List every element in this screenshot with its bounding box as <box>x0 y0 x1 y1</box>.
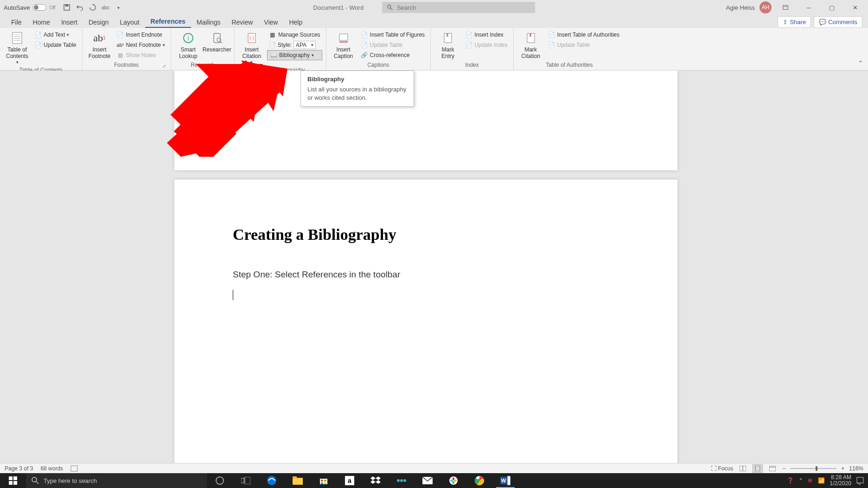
collapse-ribbon-icon[interactable]: ⌃ <box>858 59 863 67</box>
search-box[interactable] <box>382 2 535 13</box>
quick-access-toolbar: abc ▾ <box>63 4 122 11</box>
toc-label: Table of Contents <box>6 46 28 60</box>
zoom-level[interactable]: 116% <box>849 465 863 472</box>
search-input[interactable] <box>397 4 530 11</box>
autosave-switch-icon[interactable] <box>32 4 46 11</box>
dialog-launcher-icon[interactable]: ⤢ <box>162 64 166 69</box>
cross-reference-button[interactable]: 🔗Cross-reference <box>359 50 427 60</box>
insert-toa-button[interactable]: 📄Insert Table of Authorities <box>546 30 622 40</box>
app-icon[interactable] <box>389 473 415 488</box>
update-table-button[interactable]: 📄Update Table <box>32 40 78 50</box>
smart-lookup-button[interactable]: i Smart Lookup <box>175 30 202 61</box>
chrome-icon[interactable] <box>466 473 492 488</box>
document-area: Bibliography List all your sources in a … <box>0 71 868 473</box>
web-layout-button[interactable] <box>767 464 778 473</box>
mark-entry-button[interactable]: Mark Entry <box>434 30 461 61</box>
svg-rect-44 <box>245 477 250 484</box>
word-icon[interactable]: W <box>492 473 518 488</box>
notifications-icon[interactable] <box>856 476 864 485</box>
insert-caption-button[interactable]: Insert Caption <box>330 30 357 61</box>
tab-help[interactable]: Help <box>283 17 308 28</box>
maximize-button[interactable]: ▢ <box>823 1 841 14</box>
update-index-button[interactable]: 📄Update Index <box>463 40 509 50</box>
zoom-slider[interactable] <box>790 468 836 469</box>
endnote-icon: 📄 <box>117 31 124 39</box>
tab-home[interactable]: Home <box>27 17 56 28</box>
researcher-button[interactable]: Researcher <box>204 30 230 54</box>
dropbox-icon[interactable] <box>363 473 389 488</box>
user-name[interactable]: Agie Heiss <box>726 4 755 11</box>
wifi-icon[interactable]: 📶 <box>818 477 825 484</box>
redo-icon[interactable] <box>89 4 96 11</box>
file-explorer-icon[interactable] <box>285 473 311 488</box>
footnote-icon: ab1 <box>92 31 107 45</box>
qat-dropdown-icon[interactable]: ▾ <box>115 4 122 11</box>
focus-button[interactable]: ⛶Focus <box>711 465 734 472</box>
page-indicator[interactable]: Page 3 of 3 <box>5 465 33 472</box>
taskbar-apps: a W <box>207 473 518 488</box>
insert-footnote-button[interactable]: ab1 Insert Footnote <box>86 30 113 61</box>
insert-tof-button[interactable]: 📄Insert Table of Figures <box>359 30 427 40</box>
minimize-button[interactable]: ─ <box>799 1 818 14</box>
read-mode-button[interactable] <box>738 464 748 473</box>
avatar[interactable]: AH <box>760 1 772 13</box>
spellcheck-status-icon[interactable] <box>70 465 78 472</box>
svg-text:W: W <box>501 478 506 483</box>
close-button[interactable]: ✕ <box>846 1 864 14</box>
mark-citation-button[interactable]: Mark Citation <box>517 30 544 61</box>
tab-file[interactable]: File <box>6 17 27 28</box>
text-cursor <box>233 290 619 300</box>
slack-icon[interactable] <box>440 473 466 488</box>
update-tof-button[interactable]: 📄Update Table <box>359 40 427 50</box>
start-button[interactable] <box>0 473 26 488</box>
autosave-label: AutoSave <box>4 4 30 11</box>
update-toa-button[interactable]: 📄Update Table <box>546 40 622 50</box>
manage-sources-button[interactable]: ▦Manage Sources <box>267 30 322 40</box>
edge-icon[interactable] <box>259 473 285 488</box>
zoom-out-button[interactable]: − <box>782 465 785 472</box>
store-icon[interactable] <box>311 473 337 488</box>
undo-icon[interactable] <box>76 4 83 11</box>
table-of-contents-button[interactable]: Table of Contents ▾ <box>4 30 31 66</box>
svg-rect-1 <box>65 5 68 6</box>
zoom-in-button[interactable]: + <box>841 465 844 472</box>
task-view-icon[interactable] <box>233 473 259 488</box>
save-icon[interactable] <box>63 4 70 11</box>
cortana-icon[interactable] <box>207 473 233 488</box>
help-icon[interactable]: ❓ <box>787 477 794 484</box>
style-dropdown[interactable]: APA▾ <box>294 41 316 49</box>
zoom-thumb[interactable] <box>816 466 817 471</box>
word-count[interactable]: 68 words <box>40 465 63 472</box>
tab-review[interactable]: Review <box>226 17 258 28</box>
tray-chevron-icon[interactable]: ⌃ <box>798 477 803 484</box>
insert-endnote-button[interactable]: 📄Insert Endnote <box>115 30 167 40</box>
mail-icon[interactable] <box>415 473 440 488</box>
insert-index-button[interactable]: 📄Insert Index <box>463 30 509 40</box>
show-notes-button[interactable]: ▦Show Notes <box>115 50 167 60</box>
clock[interactable]: 8:28 AM 1/2/2020 <box>830 475 851 487</box>
tab-design[interactable]: Design <box>83 17 115 28</box>
tab-references[interactable]: References <box>145 16 191 28</box>
tab-insert[interactable]: Insert <box>56 17 83 28</box>
spellcheck-icon[interactable]: abc <box>102 4 109 11</box>
share-button[interactable]: ⇪Share <box>778 16 811 28</box>
autosave-toggle[interactable]: AutoSave Off <box>4 4 56 11</box>
tab-view[interactable]: View <box>258 17 283 28</box>
add-text-button[interactable]: 📄Add Text▾ <box>32 30 78 40</box>
next-footnote-button[interactable]: ab¹Next Footnote▾ <box>115 40 167 50</box>
researcher-label: Researcher <box>203 46 231 53</box>
print-layout-button[interactable] <box>753 464 763 473</box>
page-current[interactable]: Creating a Bibliography Step One: Select… <box>174 180 677 473</box>
ribbon-display-icon[interactable] <box>776 1 795 14</box>
amazon-icon[interactable]: a <box>337 473 363 488</box>
bibliography-button[interactable]: 📖Bibliography▾ <box>267 50 322 60</box>
insert-citation-button[interactable]: (-) Insert Citation ▾ <box>238 30 265 66</box>
svg-point-40 <box>32 477 37 482</box>
bibliography-tooltip: Bibliography List all your sources in a … <box>300 71 414 107</box>
group-label-footnotes: Footnotes⤢ <box>86 61 167 70</box>
tab-layout[interactable]: Layout <box>115 17 145 28</box>
tab-mailings[interactable]: Mailings <box>191 17 226 28</box>
security-icon[interactable]: ⛨ <box>808 477 813 484</box>
taskbar-search[interactable]: Type here to search <box>26 473 207 488</box>
comments-button[interactable]: 💬Comments <box>814 16 862 28</box>
